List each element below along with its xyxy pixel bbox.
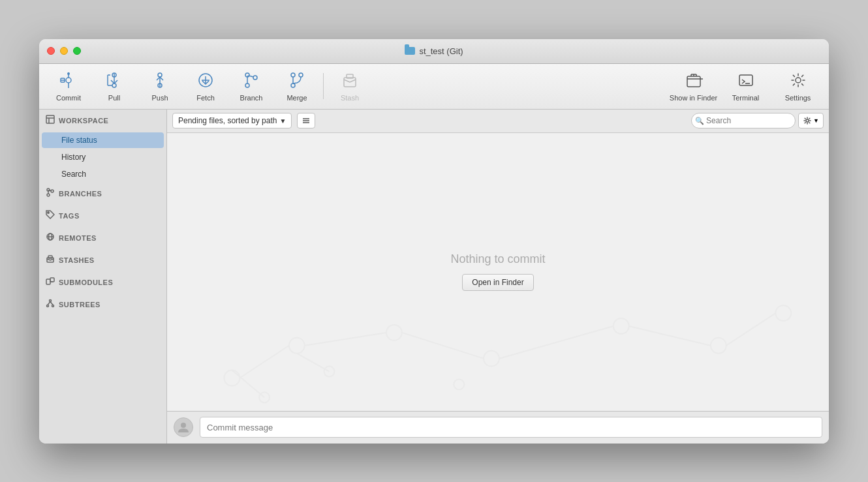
main-area: WORKSPACE File status History Search [39,110,829,444]
sidebar-submodules-header[interactable]: SUBMODULES [39,271,166,294]
svg-point-43 [48,211,49,213]
sidebar-subtrees-header[interactable]: SUBTREES [39,294,166,316]
svg-point-65 [613,318,629,334]
svg-line-56 [50,301,53,305]
commit-label: Commit [56,94,81,102]
push-icon [151,71,169,91]
settings-icon [789,71,807,91]
submodules-icon [46,277,55,288]
merge-button[interactable]: Merge [274,67,320,106]
open-in-finder-button[interactable]: Open in Finder [462,274,533,291]
avatar [174,417,193,437]
maximize-button[interactable] [73,47,81,55]
merge-label: Merge [287,94,307,102]
terminal-label: Terminal [732,94,760,102]
branch-label: Branch [240,94,263,102]
svg-line-73 [402,333,484,359]
sidebar-tags-header[interactable]: TAGS [39,205,166,227]
svg-point-62 [289,338,305,354]
file-status-label: File status [61,136,97,145]
commit-icon [59,71,78,91]
stashes-icon [46,254,55,266]
branches-icon [46,188,55,200]
content-gear-button[interactable]: ▼ [798,113,824,128]
svg-point-23 [299,73,303,77]
svg-point-64 [484,351,499,367]
merge-icon [288,71,306,91]
svg-point-60 [806,119,809,122]
sidebar-workspace-header[interactable]: WORKSPACE [39,110,166,132]
stashes-label: STASHES [59,256,95,264]
svg-point-20 [253,76,257,80]
svg-point-69 [324,367,335,377]
search-input[interactable] [691,113,796,128]
titlebar: st_test (Git) [39,39,829,64]
sidebar-stashes-header[interactable]: STASHES [39,249,166,271]
svg-point-22 [291,73,295,77]
commit-button[interactable]: Commit [46,67,91,106]
show-in-finder-icon [685,71,703,91]
svg-line-72 [305,333,386,346]
svg-line-71 [240,346,289,378]
terminal-button[interactable]: Terminal [721,67,770,106]
sidebar-branches-header[interactable]: BRANCHES [39,183,166,205]
svg-line-74 [499,326,613,359]
settings-button[interactable]: Settings [773,67,822,106]
workspace-icon [46,115,55,127]
submodules-label: SUBMODULES [59,279,113,286]
nothing-to-commit-label: Nothing to commit [450,252,545,266]
svg-point-63 [386,325,402,340]
search-sidebar-label: Search [61,170,86,179]
stash-button[interactable]: Stash [327,67,373,106]
fetch-icon [196,71,215,91]
svg-rect-50 [50,278,54,282]
search-input-wrap: 🔍 [691,113,796,128]
svg-line-78 [297,354,330,372]
tags-icon [46,210,55,222]
fetch-button[interactable]: Fetch [183,67,228,106]
svg-point-54 [52,305,54,307]
gear-icon [803,116,812,125]
sidebar-remotes-header[interactable]: REMOTES [39,227,166,249]
svg-point-68 [259,393,270,403]
svg-point-0 [66,78,71,83]
background-graph [167,216,816,410]
svg-point-40 [47,194,50,196]
remotes-icon [46,232,55,244]
minimize-button[interactable] [60,47,68,55]
window-controls [47,47,81,55]
sidebar: WORKSPACE File status History Search [39,110,167,444]
subtrees-label: SUBTREES [59,301,101,309]
svg-line-75 [629,326,711,346]
sidebar-item-search[interactable]: Search [42,166,164,182]
pending-files-dropdown[interactable]: Pending files, sorted by path ▼ [172,113,292,128]
window-title: st_test (Git) [405,46,463,56]
push-label: Push [151,94,168,102]
chevron-down-icon-2: ▼ [813,117,819,124]
push-button[interactable]: Push [137,67,183,106]
commit-message-input[interactable] [200,417,822,438]
title-text: st_test (Git) [419,46,463,56]
list-view-button[interactable] [297,113,315,128]
svg-point-35 [796,78,801,83]
fetch-label: Fetch [196,94,215,102]
branch-button[interactable]: Branch [228,67,274,106]
search-wrapper: 🔍 ▼ [691,113,824,128]
svg-point-70 [454,380,464,390]
svg-line-77 [232,370,264,398]
sidebar-item-history[interactable]: History [42,149,164,165]
svg-point-67 [775,305,791,321]
show-in-finder-button[interactable]: Show in Finder [669,67,718,106]
show-in-finder-label: Show in Finder [670,94,717,102]
svg-point-52 [50,299,52,301]
svg-point-24 [291,83,295,87]
svg-point-66 [711,338,726,354]
sidebar-item-file-status[interactable]: File status [42,132,164,148]
branch-icon [242,71,260,91]
svg-point-41 [51,190,54,192]
pull-button[interactable]: Pull [91,67,137,106]
content-area: Pending files, sorted by path ▼ 🔍 [167,110,829,444]
content-main: Nothing to commit Open in Finder [167,133,829,411]
close-button[interactable] [47,47,55,55]
nothing-to-commit-area: Nothing to commit Open in Finder [450,252,545,291]
